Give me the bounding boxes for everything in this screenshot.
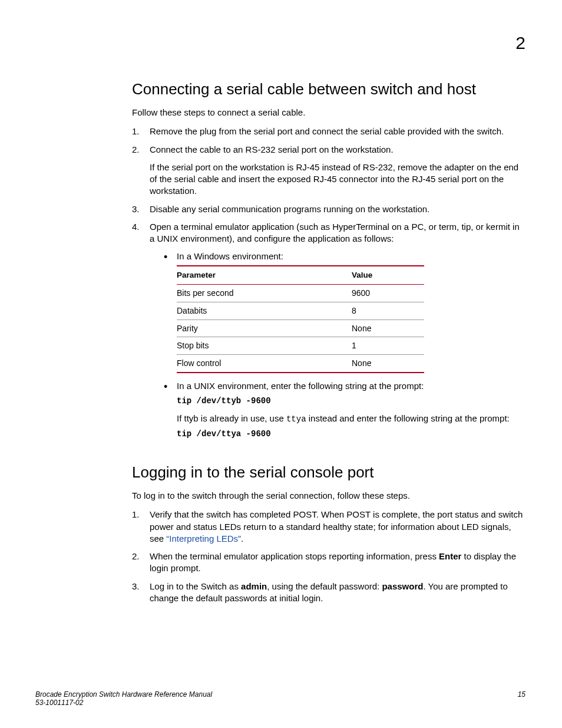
table-header-parameter: Parameter xyxy=(177,266,352,285)
env-bullets: In a Windows environment: Parameter Valu… xyxy=(164,251,527,440)
step-text: Open a terminal emulator application (su… xyxy=(150,222,520,243)
text-pre: If ttyb is already in use, use xyxy=(177,413,286,423)
command-ttyb: tip /dev/ttyb -9600 xyxy=(177,396,527,407)
value-cell: 1 xyxy=(352,337,424,355)
bullet-unix: In a UNIX environment, enter the followi… xyxy=(164,380,527,440)
value-cell: None xyxy=(352,319,424,337)
step-text: Connect the cable to an RS-232 serial po… xyxy=(150,144,394,154)
chapter-number: 2 xyxy=(515,33,525,53)
text-post: instead and enter the following string a… xyxy=(306,413,510,423)
steps-list-logging-in: Verify that the switch has completed POS… xyxy=(132,509,527,604)
unix-note: If ttyb is already in use, use ttya inst… xyxy=(177,413,527,425)
param-cell: Flow control xyxy=(177,355,352,373)
footer-title: Brocade Encryption Switch Hardware Refer… xyxy=(35,690,525,699)
table-header-value: Value xyxy=(352,266,424,285)
table-row: Stop bits 1 xyxy=(177,337,424,355)
bullet-windows: In a Windows environment: Parameter Valu… xyxy=(164,251,527,373)
command-ttya: tip /dev/ttya -9600 xyxy=(177,429,527,440)
parameter-table: Parameter Value Bits per second 9600 Dat… xyxy=(177,265,424,374)
steps-list-connecting: Remove the plug from the serial port and… xyxy=(132,126,527,440)
bullet-text: In a Windows environment: xyxy=(177,251,283,261)
text-pre: When the terminal emulator application s… xyxy=(150,551,439,561)
login-password: password xyxy=(382,581,423,591)
param-cell: Databits xyxy=(177,302,352,319)
key-enter: Enter xyxy=(439,551,461,561)
step-text: Disable any serial communication program… xyxy=(150,204,429,214)
step-3: Log in to the Switch as admin, using the… xyxy=(132,581,527,605)
intro-paragraph: To log in to the switch through the seri… xyxy=(132,490,527,502)
bullet-text: In a UNIX environment, enter the followi… xyxy=(177,381,424,391)
section-heading-logging-in: Logging in to the serial console port xyxy=(132,463,527,482)
step-note: If the serial port on the workstation is… xyxy=(150,162,527,197)
section-heading-connecting: Connecting a serial cable between switch… xyxy=(132,80,527,98)
page-footer: 15 Brocade Encryption Switch Hardware Re… xyxy=(35,690,525,707)
page-number: 15 xyxy=(518,690,525,699)
text-pre: Log in to the Switch as xyxy=(150,581,241,591)
intro-paragraph: Follow these steps to connect a serial c… xyxy=(132,107,527,118)
step-1: Verify that the switch has completed POS… xyxy=(132,509,527,545)
step-3: Disable any serial communication program… xyxy=(132,203,527,215)
step-2: When the terminal emulator application s… xyxy=(132,551,527,575)
table-row: Bits per second 9600 xyxy=(177,284,424,302)
page: 2 Connecting a serial cable between swit… xyxy=(0,0,562,728)
table-row: Flow control None xyxy=(177,355,424,373)
step-text: Remove the plug from the serial port and… xyxy=(150,126,504,136)
step-2: Connect the cable to an RS-232 serial po… xyxy=(132,144,527,197)
value-cell: 9600 xyxy=(352,284,424,302)
param-cell: Parity xyxy=(177,319,352,337)
table-row: Databits 8 xyxy=(177,302,424,319)
value-cell: 8 xyxy=(352,302,424,319)
param-cell: Stop bits xyxy=(177,337,352,355)
value-cell: None xyxy=(352,355,424,373)
param-cell: Bits per second xyxy=(177,284,352,302)
step-4: Open a terminal emulator application (su… xyxy=(132,221,527,440)
text-mid: , using the default password: xyxy=(267,581,382,591)
login-admin: admin xyxy=(241,581,267,591)
inline-mono-ttya: ttya xyxy=(286,414,306,424)
link-interpreting-leds[interactable]: “Interpreting LEDs” xyxy=(166,533,241,543)
step-1: Remove the plug from the serial port and… xyxy=(132,126,527,137)
table-row: Parity None xyxy=(177,319,424,337)
footer-docnum: 53-1001117-02 xyxy=(35,699,525,707)
text-post: . xyxy=(241,533,243,543)
